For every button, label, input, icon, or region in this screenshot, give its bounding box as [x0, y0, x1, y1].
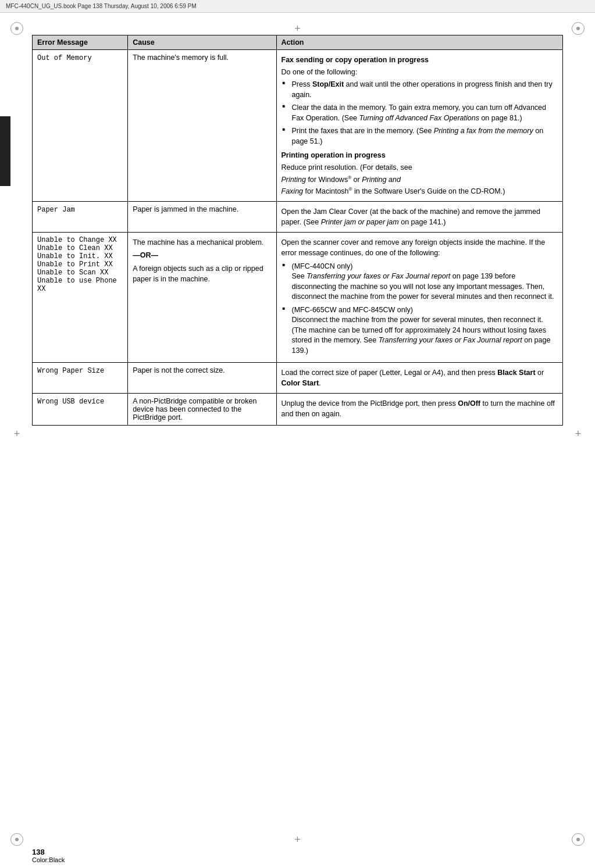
- table-row-wrong-usb: Wrong USB device A non-PictBridge compat…: [33, 394, 563, 426]
- table-header-row: Error Message Cause Action: [33, 35, 563, 50]
- reg-mark-top-right: [572, 22, 585, 35]
- list-item: Clear the data in the memory. To gain ex…: [282, 103, 558, 123]
- error-unable: Unable to Change XX Unable to Clean XX U…: [33, 233, 128, 363]
- cause-wrong-usb: A non-PictBridge compatible or broken de…: [128, 394, 276, 426]
- cause-paper-jam: Paper is jammed in the machine.: [128, 202, 276, 233]
- cross-mark-top-center: [291, 22, 304, 35]
- reg-mark-bottom-left: [10, 833, 23, 846]
- bullet-list-unable: (MFC-440CN only)See Transferring your fa…: [282, 262, 558, 356]
- list-item: Press Stop/Exit and wait until the other…: [282, 80, 558, 100]
- reg-mark-top-left: [10, 22, 23, 35]
- cross-mark-middle-left: [10, 428, 23, 441]
- file-header: MFC-440CN_UG_US.book Page 138 Thursday, …: [0, 0, 595, 13]
- action-wrong-usb: Unplug the device from the PictBridge po…: [276, 394, 562, 426]
- reg-mark-bottom-right: [572, 833, 585, 846]
- error-paper-jam: Paper Jam: [33, 202, 128, 233]
- file-header-text: MFC-440CN_UG_US.book Page 138 Thursday, …: [6, 3, 197, 9]
- bottom-color-text: Color:Black: [32, 856, 65, 863]
- cause-unable: The machine has a mechanical problem. —O…: [128, 233, 276, 363]
- error-wrong-paper-size: Wrong Paper Size: [33, 363, 128, 394]
- cause-wrong-paper-size: Paper is not the correct size.: [128, 363, 276, 394]
- list-item: (MFC-440CN only)See Transferring your fa…: [282, 262, 558, 302]
- error-wrong-usb: Wrong USB device: [33, 394, 128, 426]
- cross-mark-bottom-center: [291, 833, 304, 846]
- list-item: (MFC-665CW and MFC-845CW only)Disconnect…: [282, 305, 558, 356]
- header-cause: Cause: [128, 35, 276, 50]
- error-out-of-memory: Out of Memory: [33, 50, 128, 202]
- table-row-paper-jam: Paper Jam Paper is jammed in the machine…: [33, 202, 563, 233]
- action-paper-jam: Open the Jam Clear Cover (at the back of…: [276, 202, 562, 233]
- table-row-out-of-memory: Out of Memory The machine's memory is fu…: [33, 50, 563, 202]
- table-row-unable: Unable to Change XX Unable to Clean XX U…: [33, 233, 563, 363]
- bullet-list-out-of-memory: Press Stop/Exit and wait until the other…: [282, 80, 558, 147]
- page-wrapper: MFC-440CN_UG_US.book Page 138 Thursday, …: [0, 0, 595, 868]
- page-number: 138: [32, 848, 45, 856]
- side-tab: [0, 116, 10, 186]
- cross-mark-middle-right: [572, 428, 585, 441]
- action-unable: Open the scanner cover and remove any fo…: [276, 233, 562, 363]
- header-action: Action: [276, 35, 562, 50]
- cause-out-of-memory: The machine's memory is full.: [128, 50, 276, 202]
- content-area: Error Message Cause Action Out of Memory…: [32, 35, 563, 833]
- header-error-message: Error Message: [33, 35, 128, 50]
- list-item: Print the faxes that are in the memory. …: [282, 126, 558, 147]
- error-table: Error Message Cause Action Out of Memory…: [32, 35, 563, 426]
- action-out-of-memory: Fax sending or copy operation in progres…: [276, 50, 562, 202]
- table-row-wrong-paper-size: Wrong Paper Size Paper is not the correc…: [33, 363, 563, 394]
- action-wrong-paper-size: Load the correct size of paper (Letter, …: [276, 363, 562, 394]
